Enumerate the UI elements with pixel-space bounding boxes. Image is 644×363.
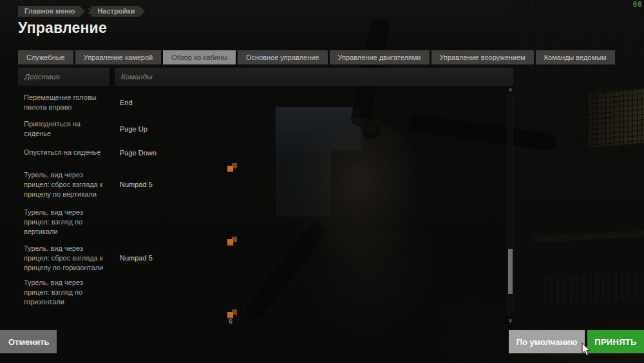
action-label: Турель, вид через прицел: сброс взгляда … <box>18 244 109 273</box>
action-label: Приподняться на сиденье <box>18 119 109 139</box>
accept-button[interactable]: ПРИНЯТЬ <box>587 330 644 353</box>
tab-wingman-commands[interactable]: Команды ведомым <box>536 50 615 64</box>
table-row[interactable]: Турель, вид через прицел: взгляд по гори… <box>18 276 513 308</box>
command-binding[interactable]: End <box>109 99 133 106</box>
cancel-button[interactable]: Отменить <box>0 330 57 353</box>
tab-camera-control[interactable]: Управление камерой <box>75 50 161 64</box>
table-row[interactable]: Турель, вид через прицел: сброс взгляда … <box>18 164 513 204</box>
bindings-list: Перемещение головы пилота вправо End При… <box>18 88 513 326</box>
controls-settings-screen: 66 Главное меню Настройки Управление Слу… <box>0 0 644 363</box>
command-binding[interactable]: Page Up <box>109 125 147 133</box>
scroll-down-icon[interactable]: ∨ <box>506 317 515 325</box>
table-row[interactable]: Турель, вид через прицел: взгляд по верт… <box>18 204 513 240</box>
tab-service[interactable]: Служебные <box>18 50 73 64</box>
tab-weapon-control[interactable]: Управление вооружением <box>431 50 534 64</box>
action-label: Перемещение головы пилота вправо <box>18 93 109 112</box>
glass-block-window <box>587 88 644 148</box>
fps-counter: 66 <box>633 1 642 10</box>
breadcrumb: Главное меню Настройки <box>18 6 145 17</box>
defaults-button[interactable]: По умолчанию <box>509 330 585 353</box>
table-row[interactable]: Независимо от головы <box>18 308 513 326</box>
category-tabs: Служебные Управление камерой Обзор из ка… <box>18 50 615 64</box>
list-scrollbar: ∧ ∨ <box>506 86 515 325</box>
column-header-commands: Команды <box>115 68 513 86</box>
column-header-actions: Действия <box>18 68 109 86</box>
breadcrumb-settings[interactable]: Настройки <box>91 6 145 17</box>
command-binding[interactable]: Numpad 5 <box>109 254 153 262</box>
command-binding[interactable]: Numpad 5 <box>109 181 153 188</box>
action-label: Турель, вид через прицел: взгляд по гори… <box>18 278 109 307</box>
axis-binding-icon[interactable] <box>227 163 237 172</box>
scroll-up-icon[interactable]: ∧ <box>506 86 515 94</box>
tab-cockpit-view[interactable]: Обзор из кабины <box>163 50 236 64</box>
axis-binding-icon[interactable] <box>227 309 237 319</box>
scrollbar-track[interactable] <box>507 95 513 315</box>
tab-engine-control[interactable]: Управление двигателями <box>330 50 430 64</box>
command-binding[interactable]: Page Down <box>109 149 156 157</box>
axis-binding-icon[interactable] <box>227 237 237 246</box>
table-row[interactable]: Приподняться на сиденье Page Up <box>18 117 513 141</box>
gamepad-key-icon: G <box>229 319 232 326</box>
table-row[interactable]: Турель, вид через прицел: сброс взгляда … <box>18 240 513 276</box>
action-label: Турель, вид через прицел: сброс взгляда … <box>18 170 109 199</box>
action-label: Опуститься на сиденье <box>18 148 109 157</box>
table-row[interactable]: Опуститься на сиденье Page Down <box>18 141 513 164</box>
action-label: Турель, вид через прицел: взгляд по верт… <box>18 208 109 237</box>
tab-basic-control[interactable]: Основное управление <box>238 50 328 64</box>
table-row[interactable]: Перемещение головы пилота вправо End <box>18 88 513 117</box>
page-title: Управление <box>18 19 107 37</box>
scrollbar-thumb[interactable] <box>508 249 513 294</box>
table-header-row: Действия Команды <box>18 68 513 86</box>
action-label: Независимо от головы <box>18 320 109 326</box>
breadcrumb-main-menu[interactable]: Главное меню <box>18 6 85 17</box>
